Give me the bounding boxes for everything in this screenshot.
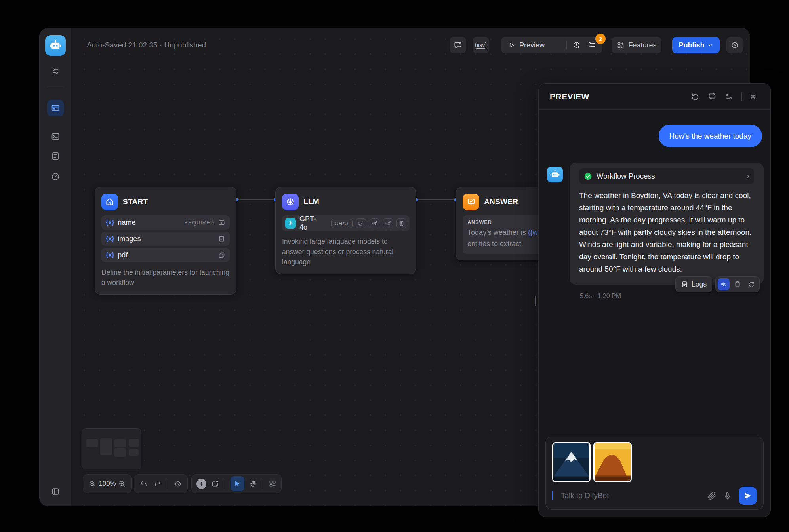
- preview-title: PREVIEW: [550, 92, 682, 101]
- sidebar-item-terminal[interactable]: [47, 128, 64, 145]
- notes-button[interactable]: [450, 37, 466, 53]
- audio-capability-icon: [370, 218, 379, 228]
- answer-bubble-icon: [463, 194, 479, 210]
- hand-mode-icon[interactable]: [249, 479, 257, 488]
- sidebar-item-settings[interactable]: [47, 63, 64, 80]
- start-field-images[interactable]: {x} images: [101, 232, 230, 246]
- close-preview-button[interactable]: [749, 93, 757, 101]
- refresh-icon: [691, 92, 699, 101]
- organize-layout-icon[interactable]: [269, 479, 276, 488]
- canvas-tools: [191, 474, 282, 493]
- send-button[interactable]: [739, 487, 757, 505]
- speaker-icon: [720, 281, 727, 288]
- node-start-title: START: [123, 198, 148, 206]
- mountain-night-image: [553, 443, 589, 481]
- llm-model-row[interactable]: ✳ GPT-4o CHAT: [282, 215, 410, 231]
- close-icon: [749, 93, 757, 101]
- gauge-icon: [51, 172, 60, 181]
- message-actions: Logs: [675, 276, 760, 292]
- node-start-header: START: [101, 194, 230, 210]
- chat-input-row: [552, 486, 757, 505]
- voice-input-button[interactable]: [723, 492, 732, 500]
- copy-button[interactable]: [732, 278, 743, 290]
- panel-resize-handle[interactable]: [535, 296, 536, 306]
- edge-llm-answer: [416, 200, 456, 200]
- zoom-in-icon[interactable]: [118, 480, 126, 488]
- autosave-status: Auto-Saved 21:02:35 · Unpublished: [87, 41, 206, 49]
- zoom-level[interactable]: 100%: [99, 480, 116, 488]
- sidebar-item-monitoring[interactable]: [47, 168, 64, 185]
- conversation-notes-button[interactable]: [708, 92, 717, 101]
- start-field-pdf[interactable]: {x} pdf: [101, 248, 230, 262]
- video-capability-icon: [383, 218, 393, 228]
- send-icon: [744, 492, 752, 500]
- sidebar-item-logs[interactable]: [47, 148, 64, 164]
- publish-button[interactable]: Publish: [672, 37, 720, 53]
- undo-icon[interactable]: [140, 480, 148, 488]
- regenerate-icon: [748, 281, 755, 288]
- logs-button[interactable]: Logs: [675, 276, 712, 292]
- version-history-button[interactable]: [726, 37, 743, 53]
- app-window-icon: [51, 103, 60, 113]
- attachment-thumbnail-mountain-night[interactable]: [552, 442, 591, 482]
- redo-icon[interactable]: [154, 480, 162, 488]
- run-history-icon[interactable]: [572, 41, 581, 49]
- document-icon: [51, 151, 60, 161]
- preview-panel: PREVIEW: [538, 83, 771, 517]
- add-note-icon[interactable]: [211, 479, 219, 488]
- home-icon: [101, 194, 118, 210]
- sidebar-item-orchestrate[interactable]: [47, 100, 64, 116]
- chevron-down-icon: [707, 42, 713, 48]
- zoom-out-icon[interactable]: [88, 480, 97, 488]
- toolbar-divider: [566, 41, 567, 49]
- zoom-controls: 100%: [83, 474, 132, 493]
- features-label: Features: [628, 41, 656, 49]
- logs-icon: [681, 281, 688, 288]
- variable-icon: {x}: [106, 235, 114, 242]
- preview-settings-button[interactable]: [725, 92, 734, 101]
- bot-message-col: Workflow Process › The weather in Boydto…: [570, 163, 764, 300]
- bot-message-bubble: Workflow Process › The weather in Boydto…: [570, 163, 764, 285]
- field-name: pdf: [118, 251, 128, 259]
- preview-run-button[interactable]: Preview: [519, 41, 545, 49]
- app-logo[interactable]: [45, 35, 66, 56]
- sidebar-collapse-button[interactable]: [47, 483, 64, 500]
- paperclip-icon: [708, 492, 716, 500]
- change-history-icon[interactable]: [174, 480, 182, 488]
- node-answer-title: ANSWER: [484, 198, 518, 206]
- run-toolbar: Preview: [501, 37, 602, 53]
- workflow-process-toggle[interactable]: Workflow Process ›: [579, 168, 754, 184]
- node-start[interactable]: START {x} name REQUIRED {x} images: [95, 187, 236, 294]
- play-icon[interactable]: [507, 41, 515, 49]
- variable-icon: {x}: [106, 219, 114, 226]
- chat-input-box: [545, 437, 764, 510]
- node-llm[interactable]: LLM ✳ GPT-4o CHAT: [275, 187, 416, 274]
- toolbar-divider: [225, 479, 225, 488]
- llm-icon: [282, 194, 299, 210]
- checklist-icon[interactable]: [587, 41, 596, 49]
- attach-file-button[interactable]: [708, 492, 716, 500]
- microphone-icon: [723, 492, 732, 500]
- workflow-process-label: Workflow Process: [597, 172, 742, 180]
- comment-edit-icon: [454, 41, 462, 49]
- add-node-button[interactable]: [196, 479, 206, 489]
- restart-conversation-button[interactable]: [691, 92, 699, 101]
- sidebar-divider: [47, 87, 64, 87]
- checklist-badge: 2: [595, 34, 606, 44]
- required-badge: REQUIRED: [184, 220, 214, 226]
- start-field-name[interactable]: {x} name REQUIRED: [101, 215, 230, 230]
- features-button[interactable]: Features: [612, 37, 661, 53]
- clipboard-icon: [734, 281, 741, 288]
- sidebar: [40, 28, 71, 506]
- chat-input[interactable]: [560, 491, 701, 500]
- robot-icon: [550, 169, 560, 180]
- pointer-mode-button[interactable]: [231, 476, 244, 491]
- text-to-speech-button[interactable]: [718, 278, 730, 290]
- sliders-icon: [725, 92, 734, 101]
- undo-redo-controls: [134, 474, 188, 493]
- minimap[interactable]: [82, 428, 141, 469]
- attachment-thumbnail-mountain-sunset[interactable]: [593, 442, 632, 482]
- node-llm-header: LLM: [282, 194, 410, 210]
- regenerate-button[interactable]: [745, 278, 757, 290]
- env-button[interactable]: ENV: [473, 37, 489, 53]
